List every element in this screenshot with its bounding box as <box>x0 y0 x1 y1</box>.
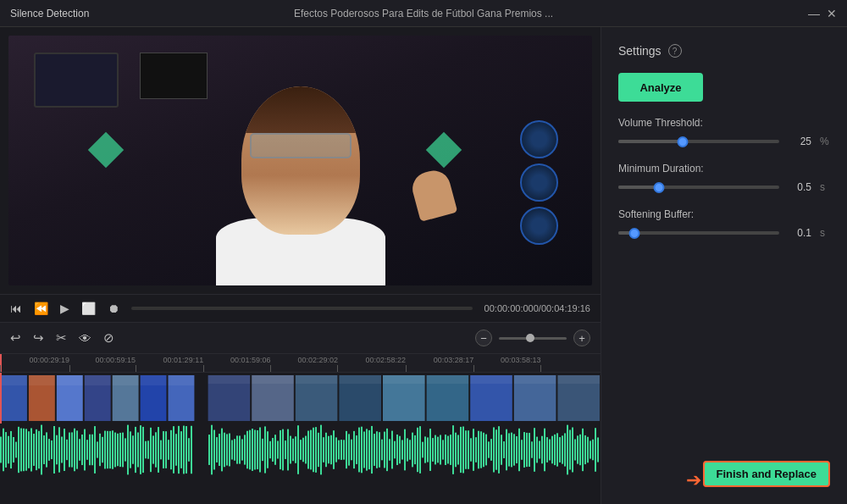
main-layout: ⏮ ⏪ ▶ ⬜ ⏺ 00:00:00:000/00:04:19:16 ↩ ↪ ✂… <box>0 27 847 504</box>
softening-buffer-thumb[interactable] <box>629 228 640 239</box>
volume-threshold-slider[interactable] <box>618 140 779 143</box>
undo-button[interactable]: ↩ <box>10 330 21 346</box>
skip-back-button[interactable]: ⏮ <box>10 302 22 315</box>
video-title: Efectos Poderosos Para Edits de Fútbol G… <box>294 8 553 19</box>
spacer <box>618 254 830 446</box>
stop-button[interactable]: ⬜ <box>81 302 96 315</box>
arrow-icon: ➔ <box>686 469 701 491</box>
volume-threshold-thumb[interactable] <box>678 136 689 147</box>
video-preview <box>8 36 592 285</box>
softening-buffer-value: 0.1 <box>788 227 811 239</box>
softening-buffer-label: Softening Buffer: <box>618 208 830 220</box>
left-panel: ⏮ ⏪ ▶ ⬜ ⏺ 00:00:00:000/00:04:19:16 ↩ ↪ ✂… <box>0 27 601 504</box>
ruler-mark-8: 00:03:58:13 <box>540 354 541 372</box>
zoom-controls: − + <box>475 330 590 346</box>
minimum-duration-section: Minimum Duration: 0.5 s <box>618 163 830 193</box>
window-controls: — ✕ <box>808 7 837 20</box>
person-hair <box>241 86 360 133</box>
finish-replace-container: ➔ Finish and Replace <box>618 461 830 487</box>
waveform-canvas <box>0 424 601 476</box>
audio-track <box>0 424 601 476</box>
play-button[interactable]: ▶ <box>60 302 69 315</box>
softening-buffer-unit: s <box>820 227 830 239</box>
clips-canvas <box>0 373 601 424</box>
disable-button[interactable]: ⊘ <box>103 330 114 346</box>
ruler-mark-4: 00:01:59:06 <box>270 354 271 372</box>
help-icon[interactable]: ? <box>668 44 682 58</box>
cut-button[interactable]: ✂ <box>56 330 67 346</box>
softening-buffer-slider[interactable] <box>618 231 779 235</box>
person-glasses <box>250 133 352 158</box>
volume-threshold-label: Volume Threshold: <box>618 117 830 129</box>
title-bar: Silence Detection Efectos Poderosos Para… <box>0 0 847 27</box>
diamond-right <box>426 132 462 168</box>
clips-playhead <box>0 373 2 424</box>
time-display: 00:00:00:000/00:04:19:16 <box>484 303 590 313</box>
timeline-area: 00:00 00:00:29:19 00:00:59:15 00:01:29:1… <box>0 354 601 504</box>
minimum-duration-row: 0.5 s <box>618 181 830 193</box>
person-head <box>241 86 360 235</box>
minimum-duration-thumb[interactable] <box>653 182 664 193</box>
play-prev-button[interactable]: ⏪ <box>34 302 48 315</box>
minimum-duration-slider[interactable] <box>618 186 779 189</box>
ruler-mark-6: 00:02:58:22 <box>406 354 407 372</box>
ruler-mark-3: 00:01:29:11 <box>203 354 204 372</box>
circle-3 <box>520 207 558 245</box>
eye-button[interactable]: 👁 <box>79 331 91 346</box>
timeline-ruler: 00:00 00:00:29:19 00:00:59:15 00:01:29:1… <box>0 354 601 373</box>
playback-controls: ⏮ ⏪ ▶ ⬜ ⏺ 00:00:00:000/00:04:19:16 <box>0 294 601 322</box>
volume-threshold-unit: % <box>820 136 830 147</box>
person-hand <box>409 167 458 222</box>
softening-buffer-row: 0.1 s <box>618 227 830 239</box>
circle-2 <box>520 163 558 202</box>
minimum-duration-label: Minimum Duration: <box>618 163 830 174</box>
progress-bar[interactable] <box>131 307 473 310</box>
minimize-button[interactable]: — <box>808 7 820 20</box>
softening-buffer-section: Softening Buffer: 0.1 s <box>618 208 830 239</box>
analyze-button[interactable]: Analyze <box>618 73 703 102</box>
right-panel: Settings ? Analyze Volume Threshold: 25 … <box>601 27 847 504</box>
settings-header: Settings ? <box>618 44 830 58</box>
ruler-mark-2: 00:00:59:15 <box>136 354 136 372</box>
redo-button[interactable]: ↪ <box>33 330 44 346</box>
minimum-duration-unit: s <box>820 181 830 193</box>
finish-replace-button[interactable]: Finish and Replace <box>703 461 830 487</box>
zoom-slider[interactable] <box>499 337 567 340</box>
video-preview-container <box>0 27 601 294</box>
circle-1 <box>520 120 558 158</box>
ruler-mark-5: 00:02:29:02 <box>337 354 338 372</box>
zoom-thumb <box>526 334 534 342</box>
volume-threshold-value: 25 <box>788 136 811 147</box>
volume-threshold-row: 25 % <box>618 136 830 147</box>
ruler-mark-0: 00:00 <box>0 354 1 372</box>
edit-toolbar: ↩ ↪ ✂ 👁 ⊘ − + <box>0 322 601 354</box>
bg-screen <box>34 53 119 108</box>
bg-monitor <box>140 53 208 99</box>
circles-right <box>520 120 558 245</box>
volume-threshold-fill <box>618 140 683 143</box>
ruler-mark-7: 00:03:28:17 <box>473 354 474 372</box>
ruler-mark-1: 00:00:29:19 <box>69 354 70 372</box>
volume-threshold-section: Volume Threshold: 25 % <box>618 117 830 147</box>
diamond-left <box>88 132 124 168</box>
zoom-in-button[interactable]: + <box>573 330 590 346</box>
app-title: Silence Detection <box>10 8 89 19</box>
record-button[interactable]: ⏺ <box>108 302 119 315</box>
zoom-out-button[interactable]: − <box>475 330 492 346</box>
settings-label: Settings <box>618 44 662 58</box>
clips-track <box>0 373 601 424</box>
close-button[interactable]: ✕ <box>827 7 837 20</box>
minimum-duration-value: 0.5 <box>788 181 811 193</box>
